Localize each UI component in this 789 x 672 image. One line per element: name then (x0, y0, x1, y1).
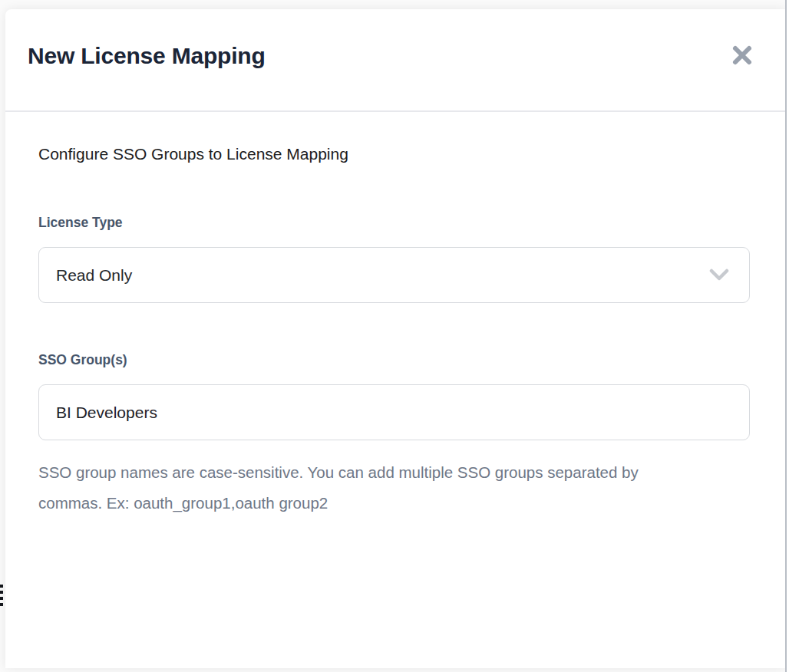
scrollbar-track[interactable] (785, 0, 789, 672)
modal-description: Configure SSO Groups to License Mapping (38, 145, 750, 163)
modal-title: New License Mapping (28, 38, 754, 69)
modal-header: New License Mapping (5, 9, 785, 112)
license-type-selected-value: Read Only (56, 266, 132, 285)
modal-body: Configure SSO Groups to License Mapping … (5, 112, 785, 519)
license-type-select[interactable]: Read Only (38, 247, 750, 303)
x-icon (731, 44, 754, 67)
close-button[interactable] (728, 41, 756, 69)
new-license-mapping-modal: New License Mapping Configure SSO Groups… (5, 9, 785, 668)
sso-groups-input[interactable] (38, 384, 750, 440)
sso-groups-label: SSO Group(s) (38, 352, 750, 368)
license-type-label: License Type (38, 215, 750, 231)
page-background: New License Mapping Configure SSO Groups… (0, 0, 789, 672)
sso-groups-help-text: SSO group names are case-sensitive. You … (38, 457, 691, 519)
chevron-down-icon (709, 268, 729, 282)
background-list-icon-fragment (0, 585, 3, 606)
